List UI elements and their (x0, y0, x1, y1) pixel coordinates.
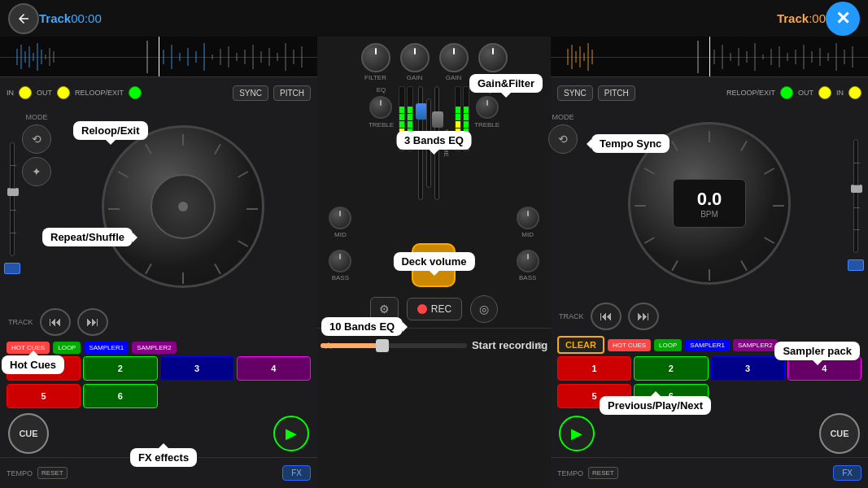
rec-button[interactable]: REC (407, 298, 462, 320)
right-pad-6[interactable]: 6 (634, 384, 708, 408)
crossfader-bar[interactable] (321, 343, 467, 348)
left-pad-2[interactable]: 2 (83, 356, 157, 381)
bpm-display: 0.0 BPM (673, 179, 746, 228)
svg-rect-8 (49, 48, 50, 66)
mid-knobs-row: MID MID (329, 205, 539, 240)
right-pad-5[interactable]: 5 (557, 384, 631, 408)
right-jog-wheel[interactable]: 0.0 BPM (628, 122, 791, 285)
rec-dot (417, 304, 427, 314)
right-pad-4[interactable]: 4 (787, 356, 861, 381)
svg-rect-6 (41, 50, 42, 64)
filter-knob-left[interactable] (361, 43, 390, 72)
in-dot-right[interactable] (848, 86, 861, 99)
right-volume-fader[interactable] (434, 86, 439, 200)
prev-btn-right[interactable]: ⏮ (591, 303, 622, 330)
gain-knob-right[interactable] (439, 43, 469, 72)
sampler1-mode-left[interactable]: SAMPLER1 (84, 342, 129, 354)
right-pads-grid2: 5 6 (557, 384, 861, 408)
reloop-dot-right[interactable] (780, 86, 793, 99)
left-pad-6[interactable]: 6 (83, 384, 157, 408)
right-pad-1[interactable]: 1 (557, 356, 631, 381)
pitch-btn-right[interactable]: PITCH (598, 85, 635, 101)
sample-button[interactable]: ♪+ (412, 243, 456, 287)
bass-knob-left[interactable] (329, 250, 351, 272)
svg-rect-10 (146, 41, 148, 73)
cue-btn-left[interactable]: CUE (8, 413, 49, 454)
adjust-button[interactable]: ⚙ (370, 297, 399, 321)
loop-mode-right[interactable]: LOOP (654, 339, 682, 351)
tempo-label-left: TEMPO (7, 469, 33, 477)
play-btn-left[interactable]: ▶ (273, 416, 309, 451)
fx-btn-left[interactable]: FX (282, 465, 311, 481)
left-pad-4[interactable]: 4 (237, 356, 311, 381)
mid-knob-left[interactable] (329, 207, 351, 229)
repeat-btn-right[interactable]: ⟲ (548, 124, 578, 154)
svg-rect-42 (754, 43, 756, 71)
sync-btn-left[interactable]: SYNC (233, 85, 268, 101)
reloop-dot-left[interactable] (129, 86, 142, 99)
next-btn-left[interactable]: ⏭ (77, 308, 108, 336)
start-recording-bar[interactable]: A Start recording B (317, 328, 551, 362)
pitch-btn-left[interactable]: PITCH (273, 85, 311, 101)
mode-label-right: MODE (552, 113, 574, 121)
svg-rect-21 (244, 50, 246, 64)
track-label-right: Track (777, 11, 809, 25)
filter-label-left: FILTER (364, 74, 386, 81)
bass-knob-right[interactable] (517, 250, 539, 272)
rec-row: ⚙ REC ◎ (317, 290, 551, 328)
left-volume-fader[interactable] (418, 86, 423, 200)
svg-rect-7 (45, 54, 46, 59)
target-button[interactable]: ◎ (470, 295, 498, 323)
reloop-label-left: RELOOP/EXIT (75, 89, 124, 97)
right-pitch-marker (848, 259, 864, 271)
svg-rect-41 (746, 51, 748, 63)
gain-knob-left[interactable] (400, 43, 430, 72)
cue-btn-right[interactable]: CUE (819, 413, 860, 454)
in-dot-left[interactable] (19, 86, 32, 99)
right-pad-3[interactable]: 3 (711, 356, 785, 381)
main-area: IN OUT RELOOP/EXIT SYNC PITCH (0, 37, 868, 488)
prev-btn-left[interactable]: ⏮ (40, 308, 71, 336)
filter-knob-right[interactable] (478, 43, 508, 72)
right-deck: SYNC PITCH RELOOP/EXIT OUT IN MODE ⟲ (551, 37, 868, 488)
sampler1-mode-right[interactable]: SAMPLER1 (685, 339, 730, 351)
right-pad-2[interactable]: 2 (634, 356, 708, 381)
out-label-right: OUT (798, 89, 813, 97)
bass-knob-right-col: BASS (517, 250, 539, 281)
left-pitch-slider[interactable] (10, 142, 15, 256)
mid-knob-right[interactable] (517, 207, 539, 229)
sampler2-mode-left[interactable]: SAMPLER2 (132, 342, 177, 354)
left-pad-1[interactable]: 1 (7, 356, 81, 381)
reset-btn-right[interactable]: RESET (588, 467, 618, 479)
loop-mode-left[interactable]: LOOP (53, 342, 81, 354)
left-track-row: TRACK ⏮ ⏭ (0, 304, 317, 340)
left-pad-3[interactable]: 3 (160, 356, 234, 381)
sync-btn-right[interactable]: SYNC (557, 85, 593, 101)
out-dot-right[interactable] (818, 86, 831, 99)
close-button[interactable]: ✕ (826, 2, 860, 36)
left-pad-5[interactable]: 5 (7, 384, 81, 408)
left-jog-wheel[interactable] (102, 125, 264, 288)
right-bottom-row: TEMPO RESET FX (551, 457, 868, 488)
hot-cues-mode-left[interactable]: HOT CUES (7, 342, 50, 354)
right-pitch-slider[interactable] (853, 139, 858, 253)
fx-btn-right[interactable]: FX (833, 465, 861, 481)
back-button[interactable] (8, 3, 39, 34)
left-pads-grid2: 5 6 (7, 384, 311, 408)
eq-label-left: EQ (377, 86, 386, 94)
crossfader-nav-b: B (537, 341, 543, 351)
clear-btn-right[interactable]: CLEAR (557, 336, 604, 354)
treble-knob-left[interactable] (369, 96, 392, 119)
center-volume-fader[interactable] (426, 98, 431, 188)
out-dot-left[interactable] (57, 86, 70, 99)
svg-rect-40 (738, 48, 739, 66)
shuffle-btn-left[interactable]: ✦ (22, 157, 51, 186)
hot-cues-mode-right[interactable]: HOT CUES (608, 339, 651, 351)
repeat-btn-left[interactable]: ⟲ (22, 124, 51, 154)
treble-knob-right[interactable] (476, 96, 499, 119)
next-btn-right[interactable]: ⏭ (628, 303, 659, 330)
out-label-left: OUT (37, 89, 52, 97)
play-btn-right[interactable]: ▶ (559, 416, 595, 451)
sampler2-mode-right[interactable]: SAMPLER2 (733, 339, 778, 351)
reset-btn-left[interactable]: RESET (37, 467, 68, 479)
